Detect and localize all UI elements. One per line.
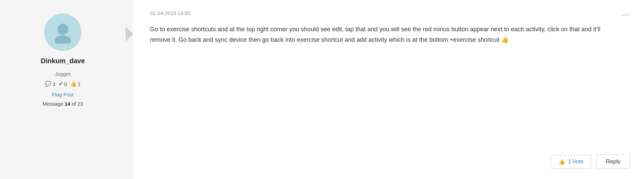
comment-stat: 💬 3	[45, 81, 55, 87]
post-body: Go to exercise shortcuts and at the top …	[150, 24, 619, 144]
post-arrow	[126, 26, 133, 41]
author-stats: 💬 3 ✔ 0 👍 1	[45, 81, 80, 87]
check-stat: ✔ 0	[59, 81, 67, 87]
like-count: 1	[78, 81, 80, 87]
message-info: Message 14 of 23	[42, 101, 83, 107]
comment-icon: 💬	[45, 81, 51, 87]
reply-button[interactable]: Reply	[596, 155, 630, 169]
post-timestamp: 01-24-2019 14:50	[150, 10, 630, 16]
like-stat: 👍 1	[70, 81, 80, 87]
check-count: 0	[64, 81, 67, 87]
post-actions: 👍 1 Vote Reply	[150, 155, 630, 169]
avatar	[44, 14, 81, 51]
post-container: Dinkum_dave Jogger 💬 3 ✔ 0 👍 1 Flag Post…	[0, 0, 644, 179]
vote-thumbs-icon: 👍	[558, 159, 565, 165]
post-content-area: ⋯ 01-24-2019 14:50 Go to exercise shortc…	[133, 0, 644, 179]
author-role: Jogger	[55, 71, 71, 77]
avatar-icon	[51, 20, 75, 45]
like-icon: 👍	[70, 81, 77, 87]
svg-point-1	[55, 35, 71, 43]
vote-button[interactable]: 👍 1 Vote	[551, 155, 591, 169]
comment-count: 3	[52, 81, 55, 87]
more-options-button[interactable]: ⋯	[622, 10, 630, 20]
vote-label: 1 Vote	[568, 159, 583, 165]
message-number: 14	[65, 101, 70, 107]
checkmark-icon: ✔	[59, 81, 63, 87]
flag-post-link[interactable]: Flag Post	[52, 92, 73, 97]
svg-point-0	[57, 24, 68, 35]
author-username: Dinkum_dave	[41, 57, 85, 65]
author-sidebar: Dinkum_dave Jogger 💬 3 ✔ 0 👍 1 Flag Post…	[0, 0, 126, 179]
